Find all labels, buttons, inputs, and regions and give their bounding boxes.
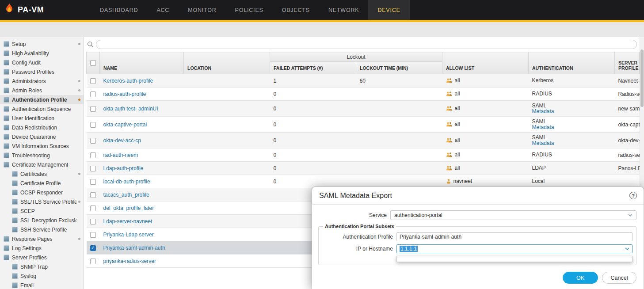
sidebar-item-scep[interactable]: SCEP <box>0 206 84 216</box>
row-checkbox[interactable] <box>90 78 96 84</box>
nav-tab-network[interactable]: NETWORK <box>319 0 369 20</box>
table-row[interactable]: radius-auth-profile 0 all RADIUS Radius-… <box>87 87 640 101</box>
sidebar-item-response-pages[interactable]: Response Pages <box>0 234 84 243</box>
table-row[interactable]: Ldap-auth-profile 0 all LDAP Panos-LDAP <box>87 162 640 175</box>
row-checkbox[interactable] <box>90 122 96 128</box>
table-row[interactable]: okta auth test- adminUI 0 all SAML Metad… <box>87 101 640 117</box>
search-input[interactable] <box>96 40 637 49</box>
sidebar-item-data-redistribution[interactable]: Data Redistribution <box>0 123 84 132</box>
row-checkbox[interactable] <box>90 245 96 251</box>
name-cell: okta-captive-portal <box>100 117 184 133</box>
sidebar-item-setup[interactable]: Setup <box>0 39 84 49</box>
table-row[interactable]: Kerberos-auth-profile 1 60 all Kerberos … <box>87 74 640 87</box>
nav-tab-acc[interactable]: ACC <box>147 0 179 20</box>
sidebar-item-troubleshooting[interactable]: Troubleshooting <box>0 151 84 160</box>
nav-tab-device[interactable]: DEVICE <box>368 0 409 20</box>
col-header-name[interactable]: NAME <box>100 52 184 74</box>
profile-name-link[interactable]: Ldap-server-navneet <box>103 218 152 224</box>
row-checkbox[interactable] <box>90 166 96 171</box>
auth-profile-input[interactable] <box>396 232 633 241</box>
sidebar-item-ssh-service-profile[interactable]: SSH Service Profile <box>0 225 84 234</box>
profile-name-link[interactable]: local-db-auth-profile <box>103 179 150 185</box>
col-header-authentication[interactable]: AUTHENTICATION <box>529 52 615 74</box>
sidebar-item-ssl-decryption-exclusion[interactable]: SSL Decryption Exclusion <box>0 216 84 225</box>
sidebar-item-authentication-profile[interactable]: Authentication Profile <box>0 95 84 104</box>
col-header-allow-list[interactable]: ALLOW LIST <box>442 52 529 74</box>
scep-icon <box>12 208 18 214</box>
administrators-icon <box>4 78 9 84</box>
metadata-link[interactable]: Metadata <box>532 109 611 114</box>
profile-name-link[interactable]: okta-dev-acc-cp <box>103 137 141 144</box>
sidebar-item-email[interactable]: Email <box>0 281 84 289</box>
sidebar-item-ocsp-responder[interactable]: OCSP Responder <box>0 188 84 197</box>
nav-tab-monitor[interactable]: MONITOR <box>179 0 225 20</box>
row-checkbox[interactable] <box>90 91 96 97</box>
row-checkbox[interactable] <box>90 192 96 198</box>
col-header-failed-attempts[interactable]: FAILED ATTEMPTS (#) <box>270 62 356 74</box>
table-row[interactable]: okta-dev-acc-cp 0 all SAML Metadata okta… <box>87 133 640 148</box>
sidebar-item-certificates[interactable]: Certificates <box>0 169 84 179</box>
ok-button[interactable]: OK <box>563 272 598 284</box>
sidebar-item-device-quarantine[interactable]: Device Quarantine <box>0 132 84 141</box>
checkbox-cell <box>87 101 100 117</box>
sidebar-item-administrators[interactable]: Administrators <box>0 76 84 86</box>
profile-name-link[interactable]: tacacs_auth_profile <box>103 192 149 198</box>
profile-name-link[interactable]: del_okta_profile_later <box>103 205 154 211</box>
service-select[interactable]: authentication-portal <box>390 210 636 220</box>
checkbox-cell <box>87 175 100 188</box>
sidebar-item-certificate-management[interactable]: Certificate Management <box>0 160 84 169</box>
server-profile-cell: Radius-serv <box>615 87 640 101</box>
row-checkbox[interactable] <box>90 152 96 158</box>
profile-name-link[interactable]: Kerberos-auth-profile <box>103 78 153 84</box>
metadata-link[interactable]: Metadata <box>532 125 611 130</box>
sidebar-item-certificate-profile[interactable]: Certificate Profile <box>0 179 84 188</box>
col-header-server-profile[interactable]: SERVER PROFILE <box>615 52 640 74</box>
row-checkbox[interactable] <box>90 232 96 238</box>
sidebar-item-vm-information-sources[interactable]: VM Information Sources <box>0 141 84 151</box>
profile-name-link[interactable]: Ldap-auth-profile <box>103 165 144 171</box>
sidebar-item-config-audit[interactable]: Config Audit <box>0 58 84 67</box>
nav-tab-objects[interactable]: OBJECTS <box>273 0 319 20</box>
table-row[interactable]: local-db-auth-profile 0 navneet Local <box>87 175 640 188</box>
certificate-profile-icon <box>12 180 18 186</box>
sidebar-item-snmp-trap[interactable]: SNMP Trap <box>0 262 84 271</box>
sidebar-item-high-availability[interactable]: High Availability <box>0 49 84 58</box>
profile-name-link[interactable]: radius-auth-profile <box>103 91 146 97</box>
sidebar-item-user-identification[interactable]: User Identification <box>0 114 84 123</box>
failed-attempts-cell: 0 <box>270 162 356 175</box>
ip-dropdown-panel[interactable] <box>396 256 633 262</box>
row-checkbox[interactable] <box>90 259 96 264</box>
table-row[interactable]: okta-captive-portal 0 all SAML Metadata … <box>87 117 640 133</box>
vm-information-sources-icon <box>4 143 9 149</box>
nav-tab-dashboard[interactable]: DASHBOARD <box>91 0 147 20</box>
row-checkbox[interactable] <box>90 205 96 211</box>
col-header-location[interactable]: LOCATION <box>184 52 270 74</box>
profile-name-link[interactable]: Priyanka-Ldap server <box>103 232 154 238</box>
sidebar-item-log-settings[interactable]: Log Settings <box>0 243 84 253</box>
row-checkbox[interactable] <box>90 106 96 112</box>
row-checkbox[interactable] <box>90 219 96 224</box>
profile-name-link[interactable]: rad-auth-neem <box>103 152 138 158</box>
cancel-button[interactable]: Cancel <box>602 272 636 284</box>
scrollbar-thumb[interactable] <box>640 49 644 107</box>
table-row[interactable]: rad-auth-neem 0 all RADIUS radius-serve <box>87 148 640 162</box>
profile-name-link[interactable]: okta-captive-portal <box>103 122 147 128</box>
ip-hostname-combobox[interactable]: 1.1.1.1 <box>396 244 633 253</box>
row-checkbox[interactable] <box>90 179 96 185</box>
col-header-lockout-time[interactable]: LOCKOUT TIME (MIN) <box>356 62 442 74</box>
select-all-checkbox[interactable] <box>90 60 96 66</box>
sidebar-item-syslog[interactable]: Syslog <box>0 271 84 281</box>
profile-name-link[interactable]: okta auth test- adminUI <box>103 106 158 112</box>
sidebar-item-admin-roles[interactable]: Admin Roles <box>0 86 84 95</box>
nav-tab-policies[interactable]: POLICIES <box>226 0 273 20</box>
help-icon[interactable]: ? <box>629 192 637 199</box>
sidebar-item-ssl-tls-service-profile[interactable]: SSL/TLS Service Profile <box>0 197 84 206</box>
authentication-cell: Local <box>529 175 615 188</box>
row-checkbox[interactable] <box>90 138 96 144</box>
sidebar-item-password-profiles[interactable]: Password Profiles <box>0 67 84 76</box>
sidebar-item-authentication-sequence[interactable]: Authentication Sequence <box>0 104 84 114</box>
profile-name-link[interactable]: priyanka-radius-server <box>103 258 156 264</box>
profile-name-link[interactable]: Priyanka-saml-admin-auth <box>103 245 165 251</box>
sidebar-item-server-profiles[interactable]: Server Profiles <box>0 253 84 262</box>
metadata-link[interactable]: Metadata <box>532 141 611 146</box>
